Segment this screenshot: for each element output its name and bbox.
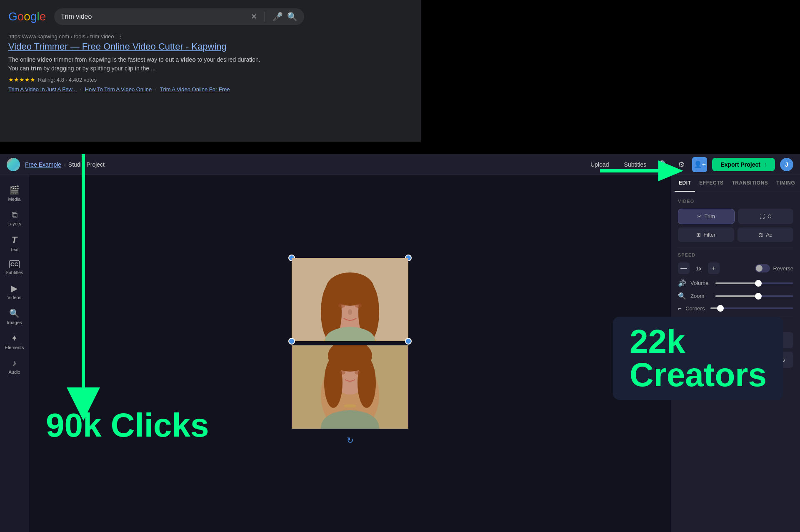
sidebar-item-videos[interactable]: ▶ Videos [0, 280, 29, 303]
reverse-switch[interactable] [755, 264, 770, 272]
adjust-label: Ac [766, 232, 772, 238]
google-header: Google Trim video ✕ 🎤 🔍 [8, 8, 412, 25]
speed-row: — 1x + Reverse [678, 262, 793, 274]
person-top-svg [292, 258, 408, 341]
reverse-toggle: Reverse [755, 264, 793, 272]
filter-button[interactable]: ⊞ Filter [678, 227, 734, 242]
crop-button[interactable]: ⛶ C [738, 209, 794, 224]
audio-label: Audio [8, 370, 20, 375]
speed-increase-button[interactable]: + [708, 262, 720, 274]
videos-label: Videos [8, 295, 21, 300]
sidebar-item-subtitles[interactable]: CC Subtitles [0, 257, 29, 278]
tab-timing[interactable]: TIMING [772, 175, 799, 192]
handle-bottom-right[interactable] [405, 338, 412, 345]
adjust-button[interactable]: ⚖ Ac [738, 227, 794, 242]
search-divider [265, 12, 265, 22]
video-btn-row-1: ✂ Trim ⛶ C [678, 209, 793, 224]
volume-thumb[interactable] [755, 280, 762, 287]
trim-label: Trim [704, 213, 715, 220]
search-clear-icon[interactable]: ✕ [251, 12, 257, 21]
corners-label: Corners [685, 305, 706, 312]
svg-point-7 [355, 304, 362, 308]
clicks-text: 90k Clicks [46, 406, 209, 445]
volume-slider[interactable] [715, 282, 793, 284]
zoom-icon: 🔍 [678, 292, 686, 300]
result-title[interactable]: Video Trimmer — Free Online Video Cutter… [8, 41, 412, 52]
panel-tabs: EDIT EFFECTS TRANSITIONS TIMING [671, 175, 800, 192]
result-link-1[interactable]: Trim A Video In Just A Few... [8, 86, 77, 92]
sidebar-item-elements[interactable]: ✦ Elements [0, 330, 29, 353]
export-label: Export Project [720, 161, 760, 168]
breadcrumb: Free Example › Studio Project [25, 161, 105, 168]
crop-label: C [768, 213, 771, 220]
creators-badge: 22k Creators [613, 317, 783, 400]
export-icon: ↑ [764, 161, 767, 168]
search-result: https://www.kapwing.com › tools › trim-v… [8, 33, 412, 92]
search-submit-icon[interactable]: 🔍 [287, 12, 298, 22]
video-section-title: VIDEO [678, 199, 793, 204]
svg-point-16 [340, 370, 345, 375]
volume-row: 🔊 Volume [678, 279, 793, 287]
images-label: Images [7, 320, 22, 325]
result-url: https://www.kapwing.com › tools › trim-v… [8, 33, 412, 40]
sidebar-item-images[interactable]: 🔍 Images [0, 305, 29, 328]
canvas-area: ↻ [29, 175, 671, 532]
sidebar-item-text[interactable]: T Text [0, 231, 29, 255]
video-btn-row-2: ⊞ Filter ⚖ Ac [678, 227, 793, 242]
media-label: Media [8, 197, 21, 202]
zoom-slider[interactable] [715, 295, 793, 297]
speed-value: 1x [694, 265, 704, 272]
corners-slider[interactable] [710, 307, 793, 309]
audio-icon: ♪ [12, 358, 17, 368]
add-user-button[interactable]: 👤+ [692, 157, 707, 172]
breadcrumb-project: Studio Project [68, 161, 105, 168]
svg-point-8 [348, 309, 352, 315]
corners-row: ⌐ Corners [678, 305, 793, 312]
crop-icon: ⛶ [760, 213, 765, 220]
sidebar-item-layers[interactable]: ⧉ Layers [0, 207, 29, 230]
creators-line2: Creators [630, 358, 767, 392]
sidebar-item-audio[interactable]: ♪ Audio [0, 355, 29, 378]
search-mic-icon[interactable]: 🎤 [272, 12, 283, 22]
editor-area: Free Example › Studio Project Upload Sub… [0, 154, 800, 532]
result-link-2[interactable]: How To Trim A Video Online [85, 86, 152, 92]
result-links: Trim A Video In Just A Few... · How To T… [8, 86, 412, 92]
breadcrumb-free-example[interactable]: Free Example [25, 161, 61, 168]
sidebar-item-media[interactable]: 🎬 Media [0, 182, 29, 205]
tab-effects[interactable]: EFFECTS [695, 175, 728, 192]
scroll-indicator[interactable]: ↻ [347, 435, 354, 445]
brand-logo [7, 158, 20, 171]
google-logo: Google [8, 10, 46, 23]
zoom-thumb[interactable] [755, 293, 762, 300]
google-search-area: Google Trim video ✕ 🎤 🔍 https://www.kapw… [0, 0, 421, 142]
zoom-label: Zoom [690, 293, 711, 299]
video-frame-top [292, 258, 408, 341]
zoom-fill [715, 295, 758, 297]
corners-icon: ⌐ [678, 305, 681, 312]
adjust-icon: ⚖ [758, 232, 763, 238]
svg-point-13 [324, 358, 342, 408]
text-icon: T [12, 235, 17, 245]
person-bottom-svg [292, 345, 408, 429]
tab-transitions[interactable]: TRANSITIONS [728, 175, 772, 192]
speed-decrease-button[interactable]: — [678, 262, 690, 274]
search-bar[interactable]: Trim video ✕ 🎤 🔍 [54, 8, 304, 25]
green-right-arrow [600, 154, 683, 187]
toggle-knob [756, 265, 762, 272]
corners-thumb[interactable] [717, 305, 724, 312]
breadcrumb-separator: › [64, 161, 66, 168]
left-sidebar: 🎬 Media ⧉ Layers T Text CC Subtitles ▶ V… [0, 175, 29, 532]
export-button[interactable]: Export Project ↑ [712, 158, 775, 171]
subtitles-label: Subtitles [5, 270, 23, 275]
filter-label: Filter [703, 232, 715, 238]
rating-text: Rating: 4.8 · 4,402 votes [38, 77, 97, 83]
zoom-row: 🔍 Zoom [678, 292, 793, 300]
divider-1 [678, 247, 793, 247]
svg-point-15 [344, 404, 356, 407]
search-input[interactable]: Trim video [61, 13, 247, 20]
result-link-3[interactable]: Trim A Video Online For Free [160, 86, 230, 92]
svg-marker-21 [658, 160, 683, 181]
trim-button[interactable]: ✂ Trim [678, 209, 735, 224]
user-avatar[interactable]: J [780, 158, 793, 171]
handle-bottom-left[interactable] [288, 338, 295, 345]
